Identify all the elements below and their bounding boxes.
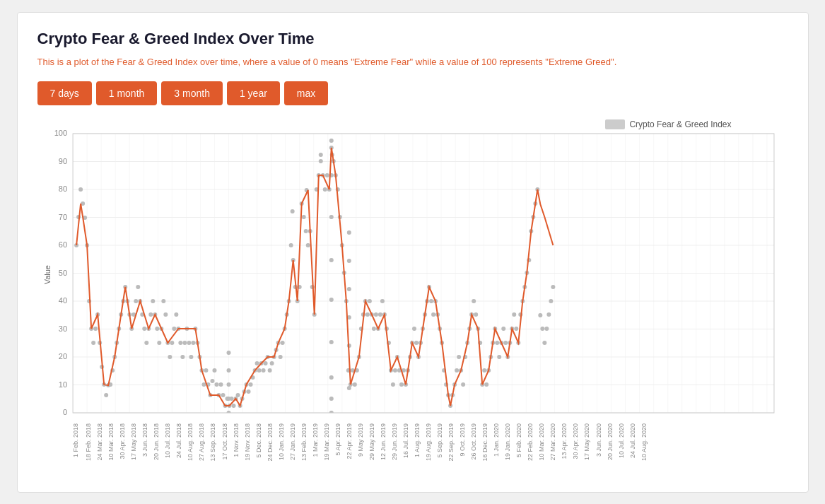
svg-point-306 [346,287,351,291]
svg-point-137 [212,368,216,373]
svg-text:30 Apr. 2018: 30 Apr. 2018 [119,423,126,459]
svg-text:26 Oct. 2019: 26 Oct. 2019 [470,423,477,459]
svg-point-315 [329,397,333,401]
svg-point-189 [322,187,327,192]
svg-point-260 [474,312,478,317]
svg-point-252 [457,355,461,359]
svg-text:1 Mar. 2019: 1 Mar. 2019 [311,423,318,457]
btn-3month[interactable]: 3 month [161,81,223,105]
svg-text:10 Jul. 2020: 10 Jul. 2020 [617,423,624,458]
svg-text:80: 80 [58,184,66,193]
svg-point-169 [280,341,284,345]
chart-container: Crypto Fear & Greed Index Value 0 10 20 [37,119,788,466]
svg-point-168 [278,355,282,359]
svg-text:30 Apr. 2020: 30 Apr. 2020 [572,423,579,459]
svg-text:13 Sep. 2018: 13 Sep. 2018 [209,423,216,462]
svg-text:27 Aug. 2018: 27 Aug. 2018 [198,423,205,461]
svg-point-81 [93,327,98,331]
svg-point-116 [168,355,172,359]
svg-point-320 [329,215,333,219]
svg-point-113 [161,299,165,303]
svg-text:20 Jun. 2018: 20 Jun. 2018 [153,423,160,460]
svg-text:19 Aug. 2019: 19 Aug. 2019 [425,423,432,461]
svg-point-148 [235,393,240,397]
svg-text:40: 40 [58,296,66,305]
svg-text:24 Mar. 2018: 24 Mar. 2018 [96,423,103,460]
svg-text:10 Jul. 2018: 10 Jul. 2018 [164,423,171,458]
btn-max[interactable]: max [284,81,328,105]
svg-point-279 [514,327,518,331]
svg-point-161 [263,361,267,365]
svg-point-254 [461,382,465,387]
svg-point-121 [178,341,182,345]
svg-text:60: 60 [58,240,66,249]
orange-line [76,148,553,406]
btn-7days[interactable]: 7 days [37,81,92,105]
svg-point-107 [148,312,153,317]
svg-point-209 [365,312,369,317]
svg-text:90: 90 [58,157,66,165]
svg-text:27 Mar. 2020: 27 Mar. 2020 [549,423,556,460]
svg-point-141 [221,393,225,397]
svg-text:100: 100 [54,129,66,137]
svg-text:12 Jun. 2019: 12 Jun. 2019 [379,423,386,460]
svg-text:27 Jan. 2019: 27 Jan. 2019 [288,423,296,460]
svg-point-317 [329,340,333,344]
svg-text:20 Jun. 2020: 20 Jun. 2020 [606,423,613,460]
svg-point-213 [373,312,378,317]
svg-text:5 Dec. 2018: 5 Dec. 2018 [254,423,262,458]
svg-point-313 [226,351,230,355]
page-title: Crypto Fear & Greed Index Over Time [37,30,788,48]
btn-1month[interactable]: 1 month [96,81,158,105]
svg-text:1 Jan. 2020: 1 Jan. 2020 [493,423,500,457]
svg-point-310 [226,397,230,401]
svg-point-179 [301,215,305,219]
svg-text:20: 20 [58,352,66,361]
svg-point-264 [482,368,486,373]
svg-point-292 [542,341,546,345]
svg-point-180 [303,229,308,233]
svg-point-311 [226,382,230,387]
svg-point-270 [495,341,499,345]
svg-point-271 [497,355,501,359]
svg-text:17 Oct. 2018: 17 Oct. 2018 [221,423,228,459]
svg-text:1 Aug. 2019: 1 Aug. 2019 [414,423,421,457]
svg-text:5 Sep. 2019: 5 Sep. 2019 [436,423,443,458]
svg-point-222 [392,368,397,373]
svg-point-117 [170,341,174,345]
svg-text:19 Nov. 2018: 19 Nov. 2018 [243,423,250,461]
svg-point-293 [544,327,549,331]
svg-point-290 [538,313,542,317]
svg-text:29 May 2019: 29 May 2019 [368,423,375,460]
svg-text:3 Jun. 2020: 3 Jun. 2020 [595,423,602,457]
svg-point-295 [549,299,553,303]
svg-point-133 [204,368,208,373]
svg-point-265 [484,382,488,387]
svg-point-232 [414,341,419,345]
svg-point-154 [248,382,252,387]
svg-text:9 Oct. 2019: 9 Oct. 2019 [459,423,466,456]
svg-point-164 [269,361,274,365]
svg-text:10 Mar. 2020: 10 Mar. 2020 [538,423,545,460]
btn-1year[interactable]: 1 year [227,81,280,105]
svg-text:70: 70 [58,213,66,221]
svg-point-111 [157,341,161,345]
svg-point-100 [134,299,138,303]
svg-text:9 May 2019: 9 May 2019 [356,423,363,457]
svg-point-221 [390,382,394,387]
svg-point-239 [429,299,433,303]
chart-svg: 0 10 20 30 40 50 60 70 80 90 100 [37,119,788,466]
svg-text:24 Dec. 2018: 24 Dec. 2018 [266,423,273,461]
svg-point-108 [151,299,155,303]
svg-point-215 [378,312,382,317]
svg-text:1 Nov. 2018: 1 Nov. 2018 [232,423,239,457]
svg-point-296 [551,285,555,289]
svg-point-299 [318,153,322,157]
svg-point-110 [155,327,159,331]
svg-point-163 [267,368,271,373]
svg-point-119 [174,312,178,317]
svg-point-136 [210,379,214,383]
svg-text:5 Feb. 2020: 5 Feb. 2020 [515,423,522,457]
svg-text:19 Mar. 2019: 19 Mar. 2019 [322,423,329,460]
svg-point-125 [187,341,191,345]
